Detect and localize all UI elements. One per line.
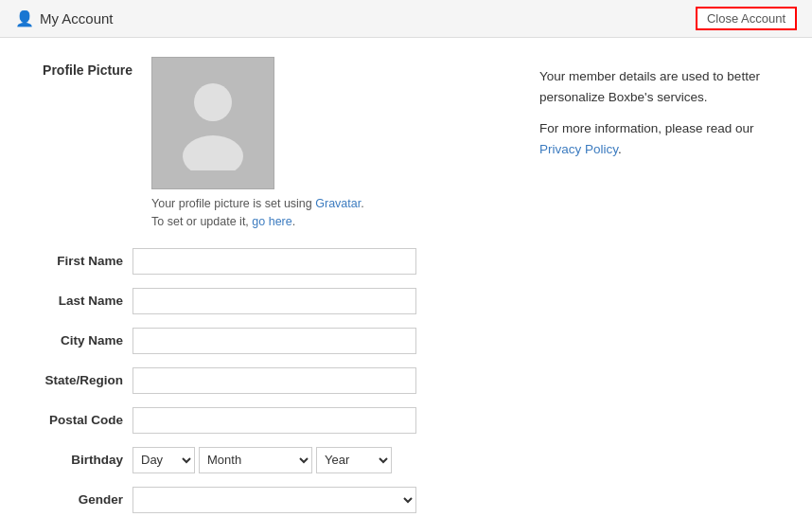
member-details-text: Your member details are used to better p… (539, 66, 784, 107)
main-content: Profile Picture Your profile picture is … (0, 38, 812, 517)
last-name-row: Last Name (28, 288, 502, 314)
profile-picture-content: Your profile picture is set using Gravat… (151, 57, 364, 231)
last-name-label: Last Name (28, 294, 132, 308)
last-name-input[interactable] (132, 288, 416, 314)
first-name-label: First Name (28, 254, 132, 268)
close-account-button[interactable]: Close Account (696, 7, 797, 30)
birthday-fields: Day1234567891011121314151617181920212223… (132, 447, 392, 473)
privacy-prefix: For more information, please read our (539, 121, 754, 135)
privacy-text-row: For more information, please read our Pr… (539, 118, 784, 159)
go-here-link[interactable]: go here (252, 215, 291, 228)
city-name-row: City Name (28, 328, 502, 354)
state-region-label: State/Region (28, 373, 132, 387)
gender-row: Gender MaleFemaleOther (28, 487, 502, 513)
state-region-row: State/Region (28, 367, 502, 394)
update-prefix: To set or update it, (151, 215, 252, 228)
privacy-period: . (618, 142, 622, 156)
right-panel: Your member details are used to better p… (539, 57, 784, 517)
avatar-silhouette (175, 76, 251, 170)
update-suffix: . (292, 215, 295, 228)
birthday-label: Birthday (28, 453, 132, 467)
birthday-year-select[interactable]: Year20242023202220001990198019701960 (316, 447, 392, 473)
gravatar-link[interactable]: Gravatar (315, 197, 361, 210)
header: 👤 My Account Close Account (0, 0, 812, 38)
avatar-description: Your profile picture is set using Gravat… (151, 195, 364, 231)
gender-select[interactable]: MaleFemaleOther (132, 487, 416, 513)
birthday-month-select[interactable]: MonthJanuaryFebruaryMarchAprilMayJuneJul… (199, 447, 312, 473)
first-name-input[interactable] (132, 248, 416, 275)
gender-label: Gender (28, 492, 132, 507)
header-title: My Account (40, 10, 114, 27)
postal-code-input[interactable] (132, 407, 416, 434)
header-left: 👤 My Account (15, 9, 114, 27)
privacy-policy-link[interactable]: Privacy Policy (539, 142, 618, 156)
state-region-input[interactable] (132, 367, 416, 394)
left-panel: Profile Picture Your profile picture is … (28, 57, 502, 517)
avatar-box (151, 57, 274, 189)
birthday-day-select[interactable]: Day1234567891011121314151617181920212223… (132, 447, 195, 473)
gravatar-period: . (361, 197, 363, 210)
city-name-label: City Name (28, 333, 132, 348)
user-icon: 👤 (15, 9, 34, 27)
svg-point-0 (194, 83, 232, 121)
gravatar-prefix: Your profile picture is set using (151, 197, 315, 210)
postal-code-row: Postal Code (28, 407, 502, 434)
city-name-input[interactable] (132, 328, 416, 354)
first-name-row: First Name (28, 248, 502, 275)
profile-picture-label: Profile Picture (28, 57, 132, 78)
profile-picture-row: Profile Picture Your profile picture is … (28, 57, 502, 231)
postal-code-label: Postal Code (28, 413, 132, 427)
birthday-row: Birthday Day1234567891011121314151617181… (28, 447, 502, 473)
svg-point-1 (183, 135, 243, 170)
